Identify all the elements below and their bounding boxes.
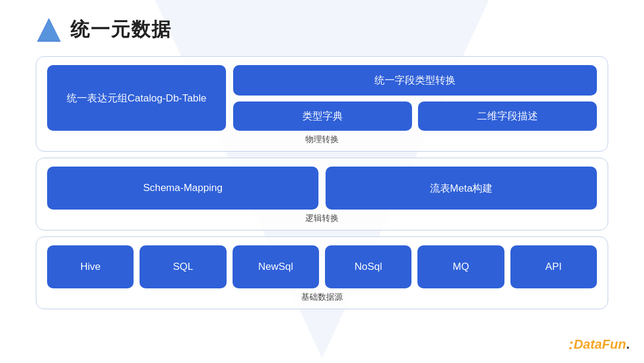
- data-source-item: Hive: [47, 245, 134, 288]
- data-source-grid: HiveSQLNewSqlNoSqlMQAPI: [47, 245, 597, 288]
- data-source-item: SQL: [140, 245, 226, 288]
- physical-layer-grid: 统一表达元组Catalog-Db-Table 统一字段类型转换 类型字典 二维字…: [47, 65, 597, 131]
- physical-right-blocks: 统一字段类型转换 类型字典 二维字段描述: [233, 65, 597, 131]
- page-title: 统一元数据: [70, 17, 172, 43]
- data-source-layer-label: 基础数据源: [47, 292, 597, 304]
- svg-marker-1: [39, 20, 58, 39]
- 2d-field-desc-block: 二维字段描述: [418, 101, 597, 131]
- physical-layer-box: 统一表达元组Catalog-Db-Table 统一字段类型转换 类型字典 二维字…: [36, 56, 608, 152]
- logical-layer-label: 逻辑转换: [47, 213, 597, 225]
- datafun-colon-icon: :: [568, 335, 574, 353]
- page-header: 统一元数据: [36, 17, 608, 43]
- datafun-logo-period: .: [626, 337, 630, 352]
- data-source-layer-box: HiveSQLNewSqlNoSqlMQAPI 基础数据源: [36, 236, 608, 309]
- datafun-logo-brand: DataFun: [574, 337, 626, 352]
- schema-mapping-block: Schema-Mapping: [47, 167, 318, 210]
- type-dictionary-block: 类型字典: [233, 101, 412, 131]
- physical-right-bottom: 类型字典 二维字段描述: [233, 101, 597, 131]
- header-icon: [36, 17, 62, 43]
- data-source-item: NewSql: [233, 245, 319, 288]
- data-source-item: MQ: [417, 245, 504, 288]
- architecture-layers: 统一表达元组Catalog-Db-Table 统一字段类型转换 类型字典 二维字…: [36, 56, 608, 309]
- datafun-logo: : DataFun .: [568, 335, 630, 353]
- logical-layer-box: Schema-Mapping 流表Meta构建 逻辑转换: [36, 158, 608, 230]
- data-source-item: NoSql: [325, 245, 411, 288]
- field-type-conversion-block: 统一字段类型转换: [233, 65, 597, 96]
- stream-meta-block: 流表Meta构建: [326, 167, 597, 210]
- main-content: 统一元数据 统一表达元组Catalog-Db-Table 统一字段类型转换 类型…: [0, 0, 644, 321]
- physical-layer-label: 物理转换: [47, 134, 597, 146]
- logical-layer-grid: Schema-Mapping 流表Meta构建: [47, 167, 597, 210]
- data-source-item: API: [510, 245, 597, 288]
- catalog-db-table-block: 统一表达元组Catalog-Db-Table: [47, 65, 226, 131]
